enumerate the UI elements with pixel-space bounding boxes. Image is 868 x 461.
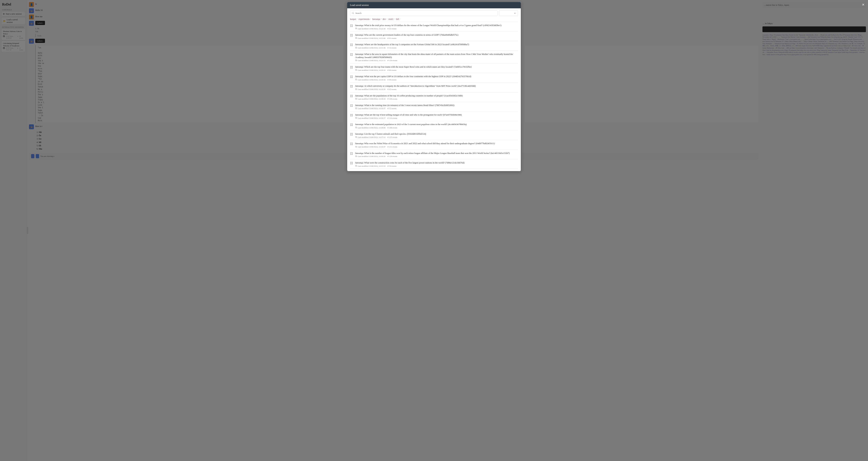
svg-point-69 — [352, 106, 353, 107]
svg-point-51 — [352, 85, 353, 86]
nodes-icon — [350, 24, 353, 28]
breadcrumb-item[interactable]: trial2 — [389, 18, 393, 20]
session-events: 54 events — [389, 47, 396, 49]
svg-point-42 — [350, 76, 351, 77]
breadcrumb-item[interactable]: dev — [383, 18, 386, 20]
hash-icon: # — [388, 107, 389, 109]
session-modified: Last modified 13/06/2024, 14:20:10 — [358, 69, 385, 71]
svg-point-92 — [350, 135, 351, 136]
session-row[interactable]: fanoutqa: Where are the headquarters of … — [350, 41, 518, 51]
svg-point-82 — [350, 124, 351, 124]
svg-point-109 — [352, 154, 353, 154]
modal-title: Load saved session — [350, 4, 369, 7]
svg-point-59 — [352, 95, 353, 95]
session-list: fanoutqa: What is the total prize money … — [350, 22, 518, 169]
session-events: 130 events — [389, 59, 397, 61]
session-row[interactable]: fanoutqa: List the top 5 fastest animals… — [350, 131, 518, 140]
hash-icon: # — [388, 98, 389, 100]
breadcrumb-item[interactable]: kanpai — [350, 18, 356, 20]
hash-icon: # — [388, 146, 389, 148]
save-icon — [355, 98, 357, 100]
session-row[interactable]: fanoutqa: Who won the Nobel Prize of Eco… — [350, 140, 518, 150]
session-row[interactable]: fanoutqa: At which university or company… — [350, 83, 518, 92]
breadcrumb-item[interactable]: full — [396, 18, 399, 20]
svg-point-67 — [352, 105, 353, 105]
nodes-icon — [350, 133, 353, 136]
svg-point-117 — [352, 164, 353, 164]
session-events: 59 events — [389, 165, 396, 167]
hash-icon: # — [388, 37, 389, 39]
breadcrumb-item[interactable]: fanoutqa — [372, 18, 380, 20]
session-row[interactable]: fanoutqa: What is the total prize money … — [350, 22, 518, 32]
session-row[interactable]: fanoutqa: Who are the current government… — [350, 32, 518, 41]
session-modified: Last modified 13/06/2024, 14:19:28 — [358, 88, 385, 90]
hash-icon: # — [388, 126, 389, 129]
session-events: 42 events — [389, 28, 396, 30]
svg-point-10 — [350, 34, 351, 35]
search-box[interactable] — [350, 10, 498, 16]
session-row[interactable]: fanoutqa: What were the construction cos… — [350, 160, 518, 169]
hash-icon: # — [388, 69, 389, 71]
svg-point-108 — [350, 154, 351, 154]
nodes-icon — [350, 75, 353, 79]
session-row-title: fanoutqa: Which are the top four teams w… — [355, 65, 518, 68]
svg-point-12 — [350, 36, 351, 36]
session-row[interactable]: fanoutqa: What is the estimated populati… — [350, 121, 518, 131]
session-row[interactable]: fanoutqa: What is the number of league t… — [350, 150, 518, 160]
nodes-icon — [350, 142, 353, 146]
svg-point-100 — [350, 144, 351, 145]
nodes-icon — [350, 114, 353, 117]
svg-point-74 — [350, 114, 351, 115]
session-row-title: fanoutqa: At which university or company… — [355, 84, 518, 88]
svg-point-85 — [352, 125, 353, 126]
svg-point-13 — [352, 36, 353, 36]
svg-point-77 — [352, 116, 353, 116]
svg-point-35 — [352, 66, 353, 67]
svg-point-107 — [352, 152, 353, 153]
svg-point-18 — [350, 44, 351, 45]
nodes-icon — [350, 104, 353, 108]
save-icon — [355, 59, 357, 62]
svg-point-116 — [350, 164, 351, 164]
sort-dropdown[interactable] — [499, 10, 518, 16]
session-row-title: fanoutqa: What were the construction cos… — [355, 161, 518, 164]
session-row-title: fanoutqa: What is the running time (in m… — [355, 104, 518, 107]
session-row-title: fanoutqa: What are the populations of th… — [355, 94, 518, 97]
svg-point-83 — [352, 124, 353, 124]
close-icon[interactable]: ✕ — [862, 3, 865, 7]
search-input[interactable] — [355, 12, 496, 15]
svg-point-27 — [352, 53, 353, 54]
session-row[interactable]: fanoutqa: What is the area in square kil… — [350, 51, 518, 64]
session-row[interactable]: fanoutqa: Which are the top four teams w… — [350, 64, 518, 73]
session-events: 151 events — [389, 146, 397, 148]
svg-point-115 — [352, 162, 353, 163]
svg-point-84 — [350, 125, 351, 126]
save-icon — [355, 117, 357, 119]
session-modified: Last modified 13/06/2024, 14:22:18 — [358, 28, 385, 30]
svg-line-1 — [353, 13, 354, 14]
session-row[interactable]: fanoutqa: What are the populations of th… — [350, 92, 518, 102]
session-row-title: fanoutqa: List the top 5 fastest animals… — [355, 132, 518, 136]
svg-point-2 — [350, 25, 351, 25]
save-icon — [355, 165, 357, 167]
hash-icon: # — [388, 79, 389, 81]
nodes-icon — [350, 123, 353, 126]
search-icon — [352, 12, 354, 15]
modal-body: kanpai/ experiments/ fanoutqa/ dev/ tria… — [347, 8, 521, 171]
svg-point-91 — [352, 133, 353, 134]
session-modified: Last modified 13/06/2024, 14:18:27 — [358, 117, 385, 119]
session-row[interactable]: fanoutqa: What is the running time (in m… — [350, 102, 518, 112]
save-icon — [355, 79, 357, 81]
session-row[interactable]: fanoutqa: What are the top 4 best-sellin… — [350, 112, 518, 121]
hash-icon: # — [388, 155, 389, 157]
breadcrumb-item[interactable]: experiments — [359, 18, 370, 20]
hash-icon: # — [388, 47, 389, 49]
svg-point-66 — [350, 105, 351, 105]
session-row[interactable]: fanoutqa: What was the per capita GDP in… — [350, 73, 518, 83]
save-icon — [355, 155, 357, 157]
svg-point-60 — [350, 96, 351, 97]
svg-point-93 — [352, 135, 353, 136]
breadcrumb: kanpai/ experiments/ fanoutqa/ dev/ tria… — [350, 18, 518, 21]
hash-icon: # — [388, 88, 389, 90]
session-events: 42 events — [389, 88, 396, 90]
